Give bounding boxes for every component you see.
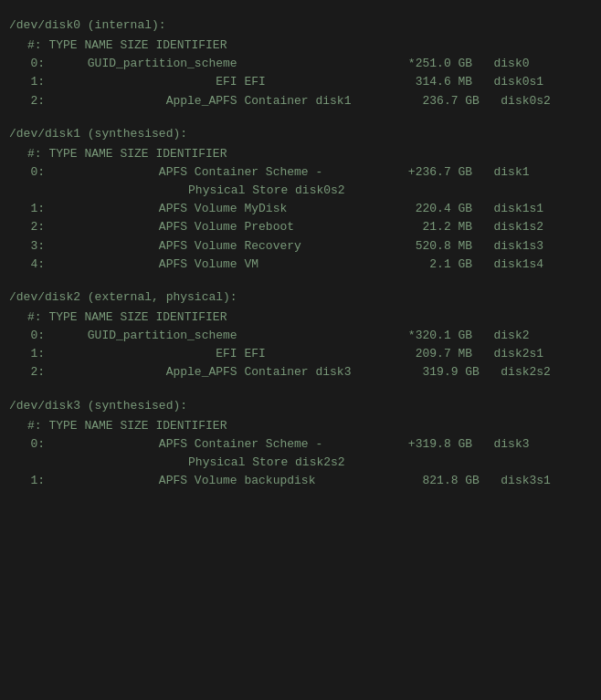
disk-row: 4: APFS Volume VM 2.1 GB disk1s4 bbox=[9, 256, 592, 274]
physical-store-label: Physical Store disk2s2 bbox=[9, 454, 592, 472]
column-header-disk2: #: TYPE NAME SIZE IDENTIFIER bbox=[9, 308, 592, 327]
disk-section-header-disk1: /dev/disk1 (synthesised): bbox=[9, 125, 592, 143]
disk-row: 0: GUID_partition_scheme *320.1 GB disk2 bbox=[9, 327, 592, 345]
disk-row: 2: Apple_APFS Container disk3 319.9 GB d… bbox=[9, 363, 592, 381]
disk-row: 2: Apple_APFS Container disk1 236.7 GB d… bbox=[9, 92, 592, 110]
disk-row: 1: EFI EFI 209.7 MB disk2s1 bbox=[9, 345, 592, 363]
disk-section-header-disk2: /dev/disk2 (external, physical): bbox=[9, 288, 592, 307]
terminal-output: /dev/disk0 (internal): #: TYPE NAME SIZE… bbox=[0, 16, 601, 497]
disk-section-header-disk0: /dev/disk0 (internal): bbox=[9, 16, 592, 35]
disk-row: 3: APFS Volume Recovery 520.8 MB disk1s3 bbox=[9, 237, 592, 256]
disk-section-header-disk3: /dev/disk3 (synthesised): bbox=[9, 397, 592, 415]
disk-row: 0: GUID_partition_scheme *251.0 GB disk0 bbox=[9, 55, 592, 73]
disk-row: 1: EFI EFI 314.6 MB disk0s1 bbox=[9, 73, 592, 91]
column-header-disk3: #: TYPE NAME SIZE IDENTIFIER bbox=[9, 417, 592, 435]
disk-row: 0: APFS Container Scheme - +319.8 GB dis… bbox=[9, 435, 592, 454]
column-header-disk1: #: TYPE NAME SIZE IDENTIFIER bbox=[9, 145, 592, 163]
disk-row: 1: APFS Volume MyDisk 220.4 GB disk1s1 bbox=[9, 200, 592, 218]
disk-row: 0: APFS Container Scheme - +236.7 GB dis… bbox=[9, 163, 592, 182]
disk-row: 2: APFS Volume Preboot 21.2 MB disk1s2 bbox=[9, 218, 592, 236]
column-header-disk0: #: TYPE NAME SIZE IDENTIFIER bbox=[9, 37, 592, 55]
disk-row: 1: APFS Volume backupdisk 821.8 GB disk3… bbox=[9, 472, 592, 490]
physical-store-label: Physical Store disk0s2 bbox=[9, 182, 592, 200]
